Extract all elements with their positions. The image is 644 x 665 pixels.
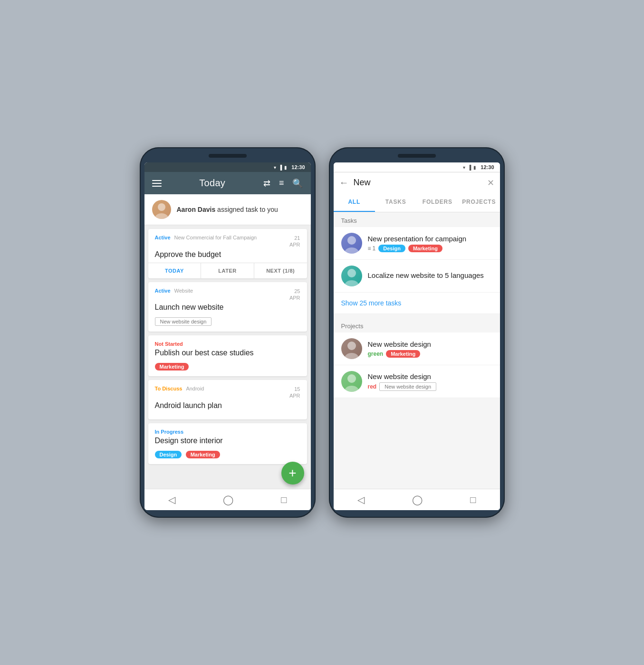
tab-today[interactable]: TODAY (148, 263, 202, 278)
svg-point-3 (345, 247, 359, 254)
nav-recent-left[interactable]: □ (281, 494, 287, 505)
search-task-item-1[interactable]: New presentation for campaign ≡ 1 Design… (334, 227, 500, 260)
tab-projects[interactable]: PROJECTS (458, 193, 500, 212)
tag-design-1: Design (378, 245, 405, 252)
search-project-content-1: New website design green Marketing (368, 340, 492, 358)
status-bar-left: ▾ ▐ ▮ 12:30 (144, 162, 311, 172)
task-title-2: Launch new website (155, 303, 300, 312)
search-project-tags-2: red New website design (368, 382, 492, 391)
fab-add-button[interactable]: + (281, 462, 304, 484)
search-project-title-2: New website design (368, 372, 492, 380)
nav-recent-right[interactable]: □ (470, 494, 476, 505)
page-title: Today (199, 178, 225, 189)
nav-home-left[interactable]: ◯ (223, 494, 233, 505)
filter-icon[interactable]: ≡ (279, 178, 284, 188)
svg-point-6 (347, 342, 356, 350)
search-button[interactable]: 🔍 (292, 178, 303, 189)
task-project-2: Website (174, 288, 193, 294)
nav-back-right[interactable]: ◁ (357, 494, 365, 505)
left-screen: ▾ ▐ ▮ 12:30 Today ⇄ ≡ 🔍 (144, 162, 311, 510)
wifi-icon: ▾ (274, 165, 276, 170)
task-title-4: Android launch plan (155, 401, 300, 410)
avatar-aaron (152, 200, 171, 219)
task-tabs-1: TODAY LATER NEXT (1/8) (148, 263, 307, 278)
task-project-1: New Commercial for Fall Campaign (174, 235, 257, 240)
task-count-icon: ≡ 1 (368, 245, 376, 252)
search-task-title-2: Localize new website to 5 languages (368, 271, 492, 279)
notification-bar: Aaron Davis assigned task to you (144, 194, 311, 225)
tab-folders[interactable]: FOLDERS (417, 193, 459, 212)
nav-bar-left: ◁ ◯ □ (144, 489, 311, 510)
search-project-item-2[interactable]: New website design red New website desig… (334, 365, 500, 398)
status-time-left: 12:30 (291, 164, 305, 170)
menu-button[interactable] (152, 180, 162, 187)
search-tabs: ALL TASKS FOLDERS PROJECTS (334, 193, 500, 212)
task-card-4[interactable]: To Discuss Android 15APR Android launch … (148, 380, 307, 419)
task-tag-outline-2: New website design (155, 317, 212, 326)
color-label-red-2: red (368, 383, 377, 390)
projects-section: Projects New website design green Marke (334, 318, 500, 398)
battery-icon: ▮ (284, 165, 287, 170)
avatar-task-2 (341, 266, 362, 286)
search-task-title-1: New presentation for campaign (368, 235, 492, 243)
svg-point-0 (158, 203, 165, 211)
task-project-4: Android (186, 386, 204, 391)
task-title-5: Design store interior (155, 437, 300, 445)
task-status-4: To Discuss (155, 386, 183, 391)
tab-later[interactable]: LATER (201, 263, 254, 278)
task-card-1[interactable]: Active New Commercial for Fall Campaign … (148, 229, 307, 278)
app-header: Today ⇄ ≡ 🔍 (144, 172, 311, 194)
search-project-title-1: New website design (368, 340, 492, 348)
task-tag-design-5: Design (155, 451, 182, 458)
search-task-content-2: Localize new website to 5 languages (368, 271, 492, 281)
search-header: ← New ✕ (334, 172, 500, 193)
task-status-2: Active (155, 288, 171, 294)
task-title-3: Publish our best case studies (155, 349, 300, 357)
tab-all[interactable]: ALL (334, 193, 375, 212)
task-count: 1 (373, 245, 376, 252)
task-card-3[interactable]: Not Started Publish our best case studie… (148, 335, 307, 376)
search-project-item-1[interactable]: New website design green Marketing (334, 332, 500, 365)
tab-next[interactable]: NEXT (1/8) (254, 263, 307, 278)
speaker-right (398, 154, 436, 158)
tab-tasks[interactable]: TASKS (375, 193, 417, 212)
search-task-item-2[interactable]: Localize new website to 5 languages (334, 260, 500, 293)
battery-icon-right: ▮ (473, 165, 476, 170)
tasks-section-header: Tasks (334, 212, 500, 227)
tag-outline-project-2: New website design (379, 382, 436, 391)
search-project-content-2: New website design red New website desig… (368, 372, 492, 391)
task-card-2[interactable]: Active Website 25APR Launch new website … (148, 282, 307, 332)
task-card-5[interactable]: In Progress Design store interior Design… (148, 423, 307, 464)
avatar-project-1 (341, 338, 362, 359)
color-label-green-1: green (368, 351, 384, 357)
wifi-icon-right: ▾ (463, 165, 465, 170)
search-clear-button[interactable]: ✕ (487, 178, 494, 188)
nav-back-left[interactable]: ◁ (168, 494, 175, 505)
svg-point-4 (347, 269, 356, 277)
sort-icon[interactable]: ⇄ (263, 178, 270, 189)
task-date-4: 15APR (289, 386, 300, 399)
search-project-tags-1: green Marketing (368, 350, 492, 358)
list-icon: ≡ (368, 245, 371, 252)
task-date-2: 25APR (289, 288, 300, 302)
tasks-list: Active New Commercial for Fall Campaign … (144, 225, 311, 489)
nav-home-right[interactable]: ◯ (412, 494, 423, 505)
svg-point-5 (345, 280, 359, 286)
svg-point-2 (347, 236, 356, 245)
svg-point-1 (155, 213, 168, 219)
search-task-tags-1: ≡ 1 Design Marketing (368, 245, 492, 252)
header-actions: ⇄ ≡ 🔍 (263, 178, 303, 189)
task-status-1: Active (155, 235, 171, 240)
signal-icon: ▐ (279, 165, 282, 170)
signal-icon-right: ▐ (468, 165, 471, 170)
status-time-right: 12:30 (481, 164, 494, 170)
projects-section-header: Projects (334, 318, 500, 332)
svg-point-7 (345, 353, 359, 359)
task-tag-marketing-3: Marketing (155, 363, 189, 370)
nav-bar-right: ◁ ◯ □ (334, 489, 500, 510)
show-more-button[interactable]: Show 25 more tasks (334, 293, 500, 314)
search-input[interactable]: New (354, 178, 482, 188)
back-button[interactable]: ← (339, 177, 349, 188)
svg-point-9 (345, 386, 359, 392)
task-date-1: 21APR (289, 235, 300, 248)
